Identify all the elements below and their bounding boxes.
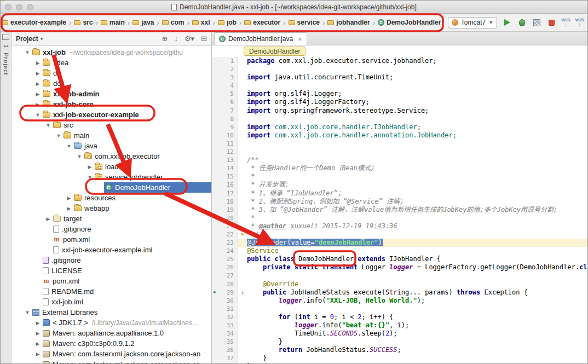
tree-item-external-libraries[interactable]: ▼External Libraries xyxy=(11,307,211,317)
run-button[interactable] xyxy=(502,18,512,27)
tree-item-idea[interactable]: ▶.idea xyxy=(11,57,211,68)
tree-item-resources[interactable]: ▶resources xyxy=(11,193,211,203)
collapsed-arrow-icon[interactable]: ▶ xyxy=(34,331,42,336)
code-line-18[interactable]: 18 * 2、装配到Spring，例如加 “@Service” 注解； xyxy=(212,198,587,206)
tree-item-com-xxl-job-executor[interactable]: ▼com.xxl.job.executor xyxy=(11,151,211,161)
collapsed-arrow-icon[interactable]: ▶ xyxy=(34,351,42,357)
code-line-34[interactable]: 34 TimeUnit.SECONDS.sleep(2); xyxy=(212,330,587,338)
tree-item-target[interactable]: ▶target xyxy=(11,213,211,224)
code-line-17[interactable]: 17 * 1、继承 “IJobHandler”； xyxy=(212,189,587,198)
breadcrumb-item-java[interactable]: java xyxy=(131,19,155,26)
tree-item-demojobhandler[interactable]: CDemoJobHandler xyxy=(11,182,211,193)
run-configuration-select[interactable]: Tomcat7 ▼ xyxy=(448,17,497,28)
collapsed-arrow-icon[interactable]: ▶ xyxy=(34,91,42,97)
tree-item-main[interactable]: ▼main xyxy=(11,130,211,141)
stop-button[interactable] xyxy=(546,18,556,27)
tree-item-xxl-job-executor-example[interactable]: ▼xxl-job-executor-example xyxy=(11,109,211,120)
code-line-16[interactable]: 16 * 开发步骤： xyxy=(212,181,587,189)
tree-item-webapp[interactable]: ▶webapp xyxy=(11,203,211,213)
tree-item-java[interactable]: ▼java xyxy=(11,141,211,151)
expanded-arrow-icon[interactable]: ▼ xyxy=(55,133,62,138)
expanded-arrow-icon[interactable]: ▼ xyxy=(86,175,94,180)
locate-file-icon[interactable]: ⊕ xyxy=(162,34,168,43)
code-line-37[interactable]: 37 } xyxy=(212,354,587,362)
project-stripe-button[interactable]: 1: Project xyxy=(3,44,9,75)
expanded-arrow-icon[interactable]: ▼ xyxy=(76,154,83,159)
breadcrumb-item-jobhandler[interactable]: jobhandler xyxy=(326,19,371,26)
code-line-6[interactable]: 6import org.slf4j.LoggerFactory; xyxy=(212,98,587,106)
collapsed-arrow-icon[interactable]: ▶ xyxy=(34,102,42,107)
tree-item-gitignore[interactable]: .gitignore xyxy=(11,255,211,265)
collapsed-arrow-icon[interactable]: ▶ xyxy=(34,320,42,326)
scroll-from-source-icon[interactable]: ↕ xyxy=(174,34,178,43)
code-line-10[interactable]: 10import com.xxl.job.core.handler.annota… xyxy=(212,131,587,140)
code-line-28[interactable]: 28 @Override xyxy=(212,280,587,288)
toolwindow-icon[interactable] xyxy=(2,34,9,40)
collapsed-arrow-icon[interactable]: ▶ xyxy=(34,71,42,76)
code-line-32[interactable]: 32 for (int i = 0; i < 2; i++) { xyxy=(212,313,587,321)
code-line-2[interactable]: 2 xyxy=(212,65,587,73)
code-line-13[interactable]: 13/** xyxy=(212,156,587,164)
tree-item-db[interactable]: ▶db xyxy=(11,68,211,78)
breadcrumb-item-executor-example[interactable]: executor-example xyxy=(1,19,67,26)
code-line-27[interactable]: 27 xyxy=(212,271,587,280)
code-line-23[interactable]: 23@JobHander(value="demoJobHandler") xyxy=(212,239,587,247)
tab-demojobhandler[interactable]: C DemoJobHandler.java × xyxy=(214,32,307,45)
code-line-9[interactable]: 9import com.xxl.job.core.handler.IJobHan… xyxy=(212,123,587,131)
tree-item-pom-xml[interactable]: mpom.xml xyxy=(11,276,211,286)
collapsed-arrow-icon[interactable]: ▶ xyxy=(44,216,52,222)
editor-breadcrumb-chip[interactable]: DemoJobHandler xyxy=(244,47,305,56)
code-line-5[interactable]: 5import org.slf4j.Logger; xyxy=(212,90,587,98)
tree-item-maven-c3p0-c3p0-0-9-1-2[interactable]: ▶Maven: c3p0:c3p0:0.9.1.2 xyxy=(11,338,211,349)
breadcrumb-item-demojobhandler[interactable]: CDemoJobHandler xyxy=(377,19,442,26)
vcs-commit-button[interactable]: VCS↑ xyxy=(575,18,584,27)
breadcrumb-item-src[interactable]: src xyxy=(73,19,94,26)
breadcrumb-item-service[interactable]: service xyxy=(287,19,321,26)
tree-item-doc[interactable]: ▶doc xyxy=(11,78,211,89)
expanded-arrow-icon[interactable]: ▼ xyxy=(24,50,31,55)
chevron-down-icon[interactable]: ▾ xyxy=(41,36,43,42)
code-line-33[interactable]: 33 logger.info("beat at:{}", i); xyxy=(212,321,587,330)
collapsed-arrow-icon[interactable]: ▶ xyxy=(34,341,42,346)
code-line-26[interactable]: 26 private static transient Logger logge… xyxy=(212,263,587,271)
code-line-30[interactable]: 30 logger.info("XXL-JOB, Hello World."); xyxy=(212,297,587,305)
collapsed-arrow-icon[interactable]: ▶ xyxy=(86,164,94,170)
code-line-29[interactable]: ▶29↑ public JobHandleStatus execute(Stri… xyxy=(212,288,587,297)
code-line-11[interactable]: 11 xyxy=(212,140,587,148)
collapse-all-icon[interactable]: ⊟ xyxy=(201,34,207,43)
tree-item-maven-com-fasterxml-jackson-core-jackson-co[interactable]: ▶Maven: com.fasterxml.jackson.core:jacks… xyxy=(11,359,211,364)
code-line-20[interactable]: 20 * xyxy=(212,214,587,222)
breadcrumb-item-executor[interactable]: executor xyxy=(243,19,281,26)
tree-item-license[interactable]: LICENSE xyxy=(11,265,211,276)
breadcrumb-item-job[interactable]: job xyxy=(217,19,238,26)
tree-item-jdk1-7[interactable]: ▶< JDK1.7 >/Library/Java/JavaVirtualMach… xyxy=(11,317,211,328)
vcs-update-button[interactable]: VCS↓ xyxy=(561,18,570,27)
expanded-arrow-icon[interactable]: ▼ xyxy=(65,143,73,149)
tree-item-xxl-job[interactable]: ▼xxl-job~/workspaces/idea-git-workspace/… xyxy=(11,47,211,57)
code-line-3[interactable]: 3import java.util.concurrent.TimeUnit; xyxy=(212,73,587,82)
tree-item-xxl-job-admin[interactable]: ▶xxl-job-admin xyxy=(11,89,211,99)
code-line-21[interactable]: 21 * @author xuxueli 2015-12-19 19:43:36 xyxy=(212,222,587,230)
collapsed-arrow-icon[interactable]: ▶ xyxy=(34,362,42,364)
tree-item-xxl-job-iml[interactable]: xxl-job.iml xyxy=(11,297,211,307)
run-method-icon[interactable]: ▶ xyxy=(214,290,216,295)
tree-item-gitignore[interactable]: .gitignore xyxy=(11,224,211,234)
code-line-25[interactable]: 25public class DemoJobHandler extends IJ… xyxy=(212,255,587,263)
collapsed-arrow-icon[interactable]: ▶ xyxy=(65,195,73,201)
code-line-24[interactable]: 24@Service xyxy=(212,247,587,255)
expanded-arrow-icon[interactable]: ▼ xyxy=(34,112,42,118)
settings-gear-icon[interactable]: ⚙▾ xyxy=(185,34,194,43)
tree-item-maven-aopalliance-aopalliance-1-0[interactable]: ▶Maven: aopalliance:aopalliance:1.0 xyxy=(11,328,211,338)
project-view-title[interactable]: Project xyxy=(16,35,38,43)
code-line-22[interactable]: 22⚑ */ xyxy=(212,230,587,239)
code-line-15[interactable]: 15 * xyxy=(212,172,587,181)
tree-item-service-jobhandler[interactable]: ▼service.jobhandler xyxy=(11,172,211,182)
tree-item-loader[interactable]: ▶loader xyxy=(11,161,211,172)
tree-item-readme-md[interactable]: README.md xyxy=(11,286,211,297)
code-line-12[interactable]: 12 xyxy=(212,148,587,156)
code-line-1[interactable]: 1package com.xxl.job.executor.service.jo… xyxy=(212,57,587,65)
tree-item-pom-xml[interactable]: mpom.xml xyxy=(11,234,211,245)
tree-item-src[interactable]: ▼src xyxy=(11,120,211,130)
breadcrumb-item-com[interactable]: com xyxy=(161,19,186,26)
debug-button[interactable] xyxy=(517,18,527,27)
